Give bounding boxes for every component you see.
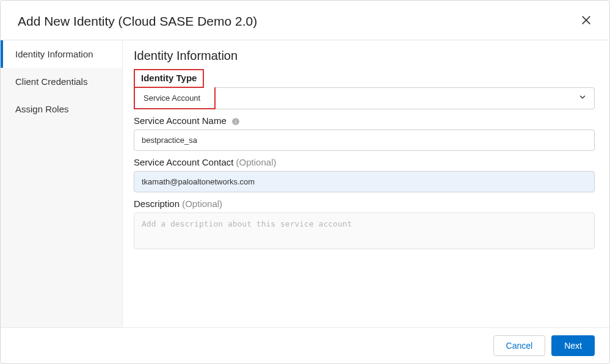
sidebar-item-label: Assign Roles: [15, 104, 69, 114]
sidebar-item-label: Client Credentials: [15, 76, 87, 87]
modal-title: Add New Identity (Cloud SASE Demo 2.0): [18, 14, 257, 29]
service-account-name-input[interactable]: [134, 129, 595, 151]
content-panel: Identity Information Identity Type Servi…: [123, 40, 609, 327]
service-account-name-label: Service Account Name i: [134, 115, 595, 126]
cancel-button[interactable]: Cancel: [493, 335, 546, 356]
service-account-contact-input[interactable]: [134, 171, 595, 192]
svg-text:i: i: [235, 119, 236, 125]
identity-type-label: Identity Type: [141, 73, 197, 83]
chevron-down-icon: [578, 93, 587, 104]
sidebar: Identity Information Client Credentials …: [1, 40, 123, 327]
modal-footer: Cancel Next: [1, 327, 609, 363]
sidebar-item-label: Identity Information: [15, 49, 93, 59]
service-account-name-field: Service Account Name i: [134, 115, 595, 151]
service-account-contact-label: Service Account Contact (Optional): [134, 157, 595, 167]
close-icon[interactable]: [580, 14, 592, 29]
modal-body: Identity Information Client Credentials …: [1, 40, 609, 327]
identity-type-dropdown-rest[interactable]: [216, 87, 595, 109]
description-label: Description (Optional): [134, 198, 595, 209]
next-button[interactable]: Next: [551, 335, 595, 356]
description-input[interactable]: [134, 213, 595, 249]
sidebar-item-client-credentials[interactable]: Client Credentials: [1, 68, 122, 95]
identity-type-dropdown[interactable]: Service Account: [134, 87, 595, 109]
description-field: Description (Optional): [134, 198, 595, 252]
modal: Add New Identity (Cloud SASE Demo 2.0) I…: [0, 0, 610, 364]
identity-type-highlight: Identity Type: [134, 69, 204, 88]
info-icon: i: [231, 117, 240, 126]
sidebar-item-assign-roles[interactable]: Assign Roles: [1, 95, 122, 123]
identity-type-field: Identity Type Service Account: [134, 69, 595, 109]
section-title: Identity Information: [134, 49, 595, 63]
modal-header: Add New Identity (Cloud SASE Demo 2.0): [1, 1, 609, 40]
sidebar-item-identity-information[interactable]: Identity Information: [1, 40, 122, 68]
service-account-contact-field: Service Account Contact (Optional): [134, 157, 595, 192]
identity-type-value: Service Account: [134, 87, 216, 109]
